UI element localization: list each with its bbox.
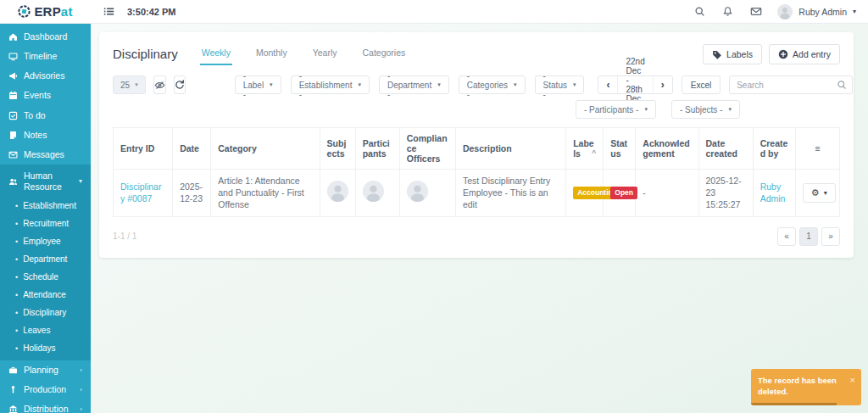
app-logo[interactable]: ERPat (0, 0, 91, 23)
col-date-created[interactable]: Date created (698, 128, 753, 170)
col-compliance-officers[interactable]: Compliance Officers (399, 128, 455, 170)
user-name: Ruby Admin (798, 7, 847, 17)
close-icon[interactable]: × (850, 376, 855, 385)
col-acknowledgement[interactable]: Acknowledgement (636, 128, 698, 170)
calendar-icon (8, 91, 18, 100)
created-by-link[interactable]: Ruby Admin (760, 181, 786, 204)
sidebar-item-dashboard[interactable]: Dashboard (0, 27, 91, 47)
excel-export-button[interactable]: Excel (682, 75, 721, 94)
chevron-down-icon: ▾ (853, 8, 856, 15)
view-list-icon[interactable] (103, 5, 115, 18)
search-input[interactable] (729, 75, 853, 94)
tab-weekly[interactable]: Weekly (200, 42, 232, 65)
tab-yearly[interactable]: Yearly (311, 42, 339, 65)
sidebar-item-disciplinary[interactable]: Disciplinary (0, 304, 91, 321)
sidebar-item-schedule[interactable]: Schedule (0, 268, 91, 286)
labels-button[interactable]: Labels (703, 44, 762, 64)
department-filter[interactable]: - Department -▾ (379, 75, 449, 94)
col-status[interactable]: Status (604, 128, 636, 170)
next-page-button[interactable]: » (821, 227, 840, 246)
establishment-filter[interactable]: - Establishment -▾ (291, 75, 370, 94)
col-subjects[interactable]: Subjects (320, 128, 355, 170)
col-entry-id[interactable]: Entry ID (114, 128, 173, 170)
note-icon (8, 131, 18, 140)
cell-subjects (320, 170, 355, 217)
date-range-label[interactable]: 22nd Dec - 28th Dec. 2025 (617, 76, 653, 93)
chevron-down-icon: ▾ (573, 81, 576, 88)
categories-filter[interactable]: - Categories -▾ (459, 75, 526, 94)
sidebar-item-events[interactable]: Events (0, 86, 91, 105)
check-square-icon (8, 111, 18, 120)
row-actions-button[interactable]: ⚙ ▾ (803, 183, 836, 203)
page-size-select[interactable]: 25 ▾ (113, 75, 146, 94)
search-icon[interactable] (693, 5, 706, 18)
page-1-button[interactable]: 1 (799, 227, 818, 246)
col-description[interactable]: Description (455, 128, 565, 170)
cell-created-by: Ruby Admin (753, 170, 795, 217)
status-badge[interactable]: Open (610, 187, 637, 199)
col-category[interactable]: Category (211, 128, 320, 170)
megaphone-icon (8, 71, 18, 81)
sort-icon[interactable]: ^ (592, 148, 596, 157)
sidebar-item-employee[interactable]: Employee (0, 232, 91, 250)
filters-row-2: - Participants -▾ - Subjects -▾ (113, 100, 840, 119)
toggle-columns-button[interactable] (153, 75, 166, 94)
col-created-by[interactable]: Created by (753, 128, 795, 170)
subjects-filter[interactable]: - Subjects -▾ (671, 100, 740, 119)
logo-icon (18, 5, 31, 18)
entry-id-link[interactable]: Disciplinary #0087 (120, 181, 161, 204)
status-filter[interactable]: - Status -▾ (535, 75, 585, 94)
participant-avatar[interactable] (363, 181, 384, 202)
sidebar-item-department[interactable]: Department (0, 250, 91, 268)
sidebar-item-establishment[interactable]: Establishment (0, 197, 91, 215)
prev-week-button[interactable]: ‹ (598, 76, 617, 93)
sidebar-item-leaves[interactable]: Leaves (0, 321, 91, 339)
user-menu[interactable]: Ruby Admin ▾ (777, 4, 856, 20)
col-participants[interactable]: Participants (355, 128, 399, 170)
cell-actions: ⚙ ▾ (795, 170, 839, 217)
menu-icon[interactable]: ≡ (815, 143, 820, 153)
sidebar-item-holidays[interactable]: Holidays (0, 339, 91, 357)
sidebar-item-planning[interactable]: Planning › (0, 360, 91, 380)
sidebar-item-attendance[interactable]: Attendance (0, 286, 91, 304)
users-icon (8, 177, 18, 187)
sidebar-item-recruitment[interactable]: Recruitment (0, 215, 91, 232)
tab-monthly[interactable]: Monthly (254, 42, 289, 65)
sidebar-item-todo[interactable]: To do (0, 106, 91, 126)
bell-icon[interactable] (721, 5, 734, 18)
col-labels[interactable]: Labels^ (566, 128, 604, 170)
chevron-down-icon: ▾ (79, 177, 82, 186)
add-entry-button[interactable]: Add entry (769, 44, 840, 64)
col-date[interactable]: Date (173, 128, 211, 170)
sidebar-item-messages[interactable]: Messages (0, 145, 91, 165)
sidebar-item-human-resource[interactable]: Human Resource ▾ (0, 165, 91, 197)
next-week-button[interactable]: › (654, 76, 672, 93)
prev-page-button[interactable]: « (777, 227, 796, 246)
tab-categories[interactable]: Categories (361, 42, 408, 65)
participants-filter[interactable]: - Participants -▾ (576, 100, 656, 119)
pagination-row: 1-1 / 1 « 1 » (113, 227, 840, 246)
sidebar-item-distribution[interactable]: Distribution › (0, 399, 91, 413)
officer-avatar[interactable] (407, 181, 428, 202)
sidebar-item-production[interactable]: Production › (0, 380, 91, 399)
cell-labels: Accounting (566, 170, 604, 217)
date-range-control: ‹ 22nd Dec - 28th Dec. 2025 › (598, 75, 672, 94)
mail-icon[interactable] (749, 5, 762, 18)
sidebar-item-notes[interactable]: Notes (0, 126, 91, 145)
refresh-button[interactable] (174, 75, 186, 94)
disciplinary-card: Disciplinary Weekly Monthly Yearly Categ… (99, 32, 854, 258)
col-actions: ≡ (795, 128, 839, 170)
chevron-down-icon: ▾ (644, 106, 648, 113)
subject-avatar[interactable] (327, 181, 348, 202)
chevron-right-icon: › (80, 366, 82, 375)
chevron-right-icon: › (80, 405, 82, 413)
chevron-right-icon: › (80, 386, 82, 394)
cell-acknowledgement: - (636, 170, 698, 217)
sidebar-item-advisories[interactable]: Advisories (0, 66, 91, 86)
chevron-down-icon: ▾ (358, 81, 361, 88)
briefcase-icon (8, 366, 18, 375)
pagination-summary: 1-1 / 1 (113, 232, 136, 241)
sidebar-item-timeline[interactable]: Timeline (0, 47, 91, 66)
envelope-icon (8, 150, 18, 159)
label-filter[interactable]: - Label -▾ (235, 75, 281, 94)
